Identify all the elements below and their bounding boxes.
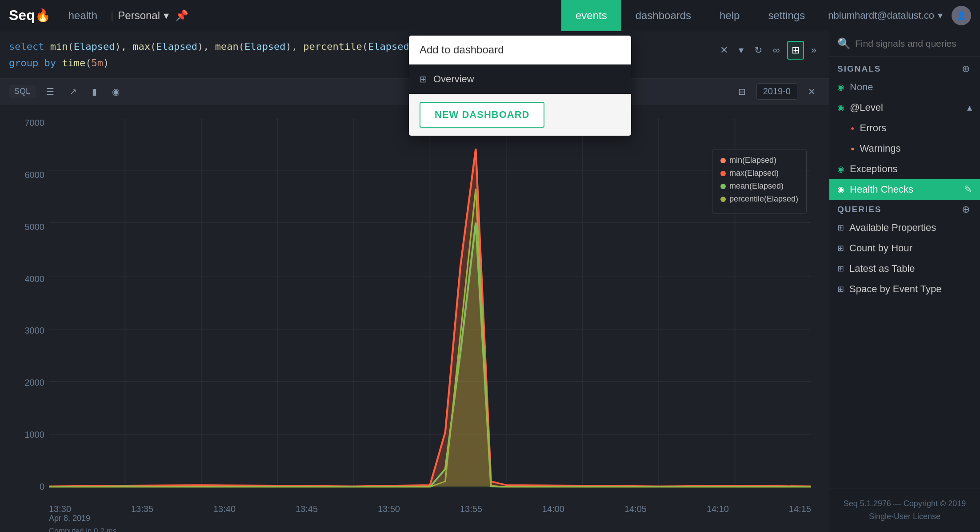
elapsed-arg1: Elapsed xyxy=(74,41,115,52)
chart-area: 7000 6000 5000 4000 3000 2000 1000 0 xyxy=(0,105,829,532)
x-label-1340: 13:40 xyxy=(213,504,236,514)
close-chart-button[interactable]: ✕ xyxy=(804,84,820,100)
tab-events[interactable]: events xyxy=(561,0,621,31)
add-query-button[interactable]: ⊕ xyxy=(960,203,972,216)
add-to-dashboard-button[interactable]: ⊞ xyxy=(787,41,804,60)
mean-fn: mean xyxy=(215,41,239,52)
query-item-latest-as-table[interactable]: ⊞ Latest as Table xyxy=(829,258,980,279)
nav-divider: | xyxy=(111,9,113,22)
date-range[interactable]: 2019-0 xyxy=(756,83,797,100)
legend-label-max: max(Elapsed) xyxy=(729,169,779,178)
grid-icon: ⊞ xyxy=(420,74,427,85)
avatar[interactable]: 👤 xyxy=(952,6,971,25)
x-label-1355: 13:55 xyxy=(460,504,482,514)
query-item-available-properties[interactable]: ⊞ Available Properties xyxy=(829,218,980,238)
y-axis-labels: 7000 6000 5000 4000 3000 2000 1000 0 xyxy=(13,113,44,496)
user-menu[interactable]: nblumhardt@datalust.co ▾ xyxy=(828,10,943,21)
signal-errors[interactable]: ● Errors xyxy=(829,118,980,138)
edit-icon[interactable]: ✎ xyxy=(964,184,972,195)
legend-dot-percentile xyxy=(720,197,726,202)
queries-title: QUERIES xyxy=(837,205,882,214)
tab-dashboards[interactable]: dashboards xyxy=(621,0,705,31)
query-item-space-by-event-type[interactable]: ⊞ Space by Event Type xyxy=(829,279,980,299)
search-input[interactable] xyxy=(855,38,972,49)
signal-label-warnings: Warnings xyxy=(860,143,900,154)
more-button[interactable]: » xyxy=(808,42,820,59)
query-item-count-by-hour[interactable]: ⊞ Count by Hour xyxy=(829,238,980,258)
signal-label-errors: Errors xyxy=(860,122,886,134)
chart-legend: min(Elapsed) max(Elapsed) mean(Elapsed) … xyxy=(712,149,807,214)
query-label-available-properties: Available Properties xyxy=(849,222,936,234)
queries-header: QUERIES ⊕ xyxy=(837,203,972,216)
health-link[interactable]: health xyxy=(68,9,97,22)
workspace-chevron-icon: ▾ xyxy=(164,9,169,22)
new-dashboard-button[interactable]: NEW DASHBOARD xyxy=(420,102,544,128)
table-view-button[interactable]: ☰ xyxy=(42,84,59,100)
dashboard-item-overview[interactable]: ⊞ Overview xyxy=(409,64,631,94)
query-grid-icon-3: ⊞ xyxy=(837,264,844,274)
dropdown-header: Add to dashboard xyxy=(409,36,631,64)
signal-label-health: Health Checks xyxy=(850,184,913,195)
signal-label-level: @Level xyxy=(850,102,883,113)
signal-none[interactable]: ◉ None xyxy=(829,77,980,97)
dashboard-item-label: Overview xyxy=(433,73,474,85)
chart-container: 7000 6000 5000 4000 3000 2000 1000 0 xyxy=(13,113,816,523)
x-label-1400: 14:00 xyxy=(542,504,564,514)
nav-tabs: events dashboards help settings xyxy=(561,0,819,31)
search-icon: 🔍 xyxy=(837,37,851,50)
computed-label: Computed in 0.2 ms xyxy=(49,527,116,532)
query-actions: ✕ ▾ ↻ ∞ ⊞ » xyxy=(716,39,820,60)
radio-icon-level: ◉ xyxy=(837,103,844,113)
legend-label-mean: mean(Elapsed) xyxy=(729,181,784,191)
x-label-1350: 13:50 xyxy=(378,504,400,514)
tab-settings[interactable]: settings xyxy=(754,0,819,31)
signals-header: SIGNALS ⊕ xyxy=(837,63,972,75)
pin-icon[interactable]: 📌 xyxy=(175,9,188,22)
signal-exceptions[interactable]: ◉ Exceptions xyxy=(829,159,980,179)
elapsed-arg3: Elapsed xyxy=(244,41,286,52)
legend-dot-max xyxy=(720,171,726,176)
workspace-selector[interactable]: Personal ▾ xyxy=(118,9,169,22)
close-query-button[interactable]: ✕ xyxy=(716,42,732,59)
chart-svg xyxy=(49,118,811,488)
legend-label-percentile: percentile(Elapsed) xyxy=(729,194,798,204)
query-label-count-by-hour: Count by Hour xyxy=(849,242,912,254)
logo: Seq 🔥 xyxy=(9,7,51,24)
sidebar-search: 🔍 xyxy=(829,31,980,56)
query-grid-icon-2: ⊞ xyxy=(837,243,844,253)
chevron-up-icon: ▴ xyxy=(967,102,972,113)
refresh-button[interactable]: ↻ xyxy=(751,42,766,59)
y-label-1000: 1000 xyxy=(13,430,44,440)
x-label-1415: 14:15 xyxy=(789,504,811,514)
dot-orange-icon: ● xyxy=(851,145,854,152)
sidebar: 🔍 SIGNALS ⊕ ◉ None ◉ @Level ▴ ● Errors ●… xyxy=(829,31,980,532)
time-arg: 5m xyxy=(91,57,103,69)
chart-date-label: Apr 8, 2019 xyxy=(49,514,90,523)
x-label-1335: 13:35 xyxy=(131,504,153,514)
signal-health-checks[interactable]: ◉ Health Checks ✎ xyxy=(829,179,980,200)
bar-view-button[interactable]: ▮ xyxy=(88,84,101,100)
pie-view-button[interactable]: ◉ xyxy=(108,84,124,100)
signal-level[interactable]: ◉ @Level ▴ xyxy=(829,97,980,118)
app-name: Seq xyxy=(9,7,35,24)
y-label-2000: 2000 xyxy=(13,378,44,388)
sql-badge: SQL xyxy=(9,85,36,98)
add-to-dashboard-panel: Add to dashboard ⊞ Overview NEW DASHBOAR… xyxy=(409,36,631,136)
x-axis-labels: 13:30 13:35 13:40 13:45 13:50 13:55 14:0… xyxy=(49,504,811,514)
add-signal-button[interactable]: ⊕ xyxy=(960,63,972,75)
y-label-4000: 4000 xyxy=(13,274,44,284)
signal-warnings[interactable]: ● Warnings xyxy=(829,138,980,159)
sidebar-footer: Seq 5.1.2976 — Copyright © 2019 Single-U… xyxy=(829,488,980,532)
line-view-button[interactable]: ↗ xyxy=(65,84,81,100)
x-label-1405: 14:05 xyxy=(624,504,647,514)
link-button[interactable]: ∞ xyxy=(769,42,784,59)
dashboard-list: ⊞ Overview xyxy=(409,64,631,94)
calendar-button[interactable]: ⊟ xyxy=(734,84,750,100)
expand-query-button[interactable]: ▾ xyxy=(735,42,747,59)
main-content: select min(Elapsed), max(Elapsed), mean(… xyxy=(0,31,829,532)
query-label-space-by-event-type: Space by Event Type xyxy=(849,283,942,295)
tab-help[interactable]: help xyxy=(705,0,754,31)
x-label-1345: 13:45 xyxy=(296,504,318,514)
time-fn: time xyxy=(62,57,85,69)
user-chevron-icon: ▾ xyxy=(938,10,943,21)
